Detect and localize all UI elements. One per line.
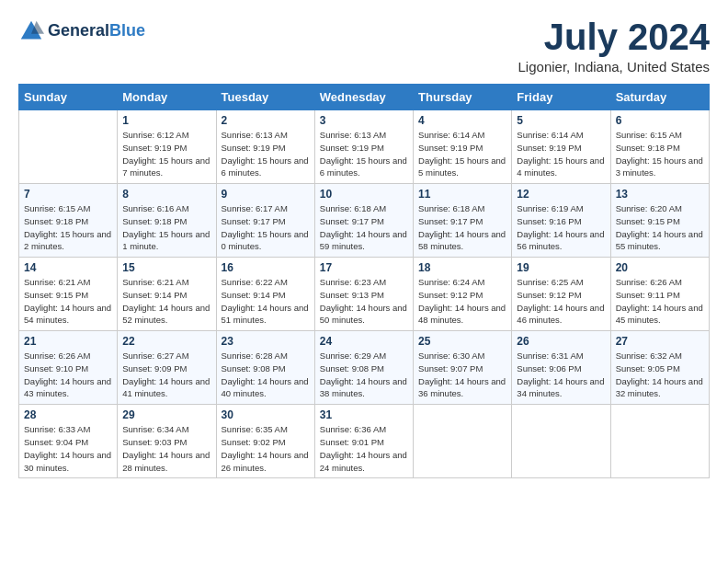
day-number: 28 (24, 408, 112, 421)
day-number: 31 (320, 408, 408, 421)
day-number: 12 (517, 188, 605, 201)
calendar-cell: 11Sunrise: 6:18 AMSunset: 9:17 PMDayligh… (414, 184, 512, 258)
calendar-cell: 9Sunrise: 6:17 AMSunset: 9:17 PMDaylight… (216, 184, 314, 258)
day-number: 30 (222, 408, 310, 421)
cell-info: Sunrise: 6:13 AMSunset: 9:19 PMDaylight:… (320, 129, 408, 179)
calendar-cell: 24Sunrise: 6:29 AMSunset: 9:08 PMDayligh… (314, 331, 413, 405)
cell-info: Sunrise: 6:15 AMSunset: 9:18 PMDaylight:… (24, 202, 112, 253)
column-header-sunday: Sunday (19, 85, 118, 110)
day-number: 18 (418, 261, 506, 274)
title-block: July 2024 Ligonier, Indiana, United Stat… (518, 18, 710, 75)
column-header-wednesday: Wednesday (314, 85, 413, 110)
day-number: 15 (122, 261, 210, 274)
day-number: 6 (616, 114, 704, 127)
calendar-cell: 12Sunrise: 6:19 AMSunset: 9:16 PMDayligh… (512, 184, 610, 258)
cell-info: Sunrise: 6:17 AMSunset: 9:17 PMDaylight:… (222, 202, 310, 253)
day-number: 4 (418, 114, 506, 127)
calendar-cell: 1Sunrise: 6:12 AMSunset: 9:19 PMDaylight… (118, 110, 216, 184)
day-number: 8 (122, 188, 210, 201)
calendar-header-row: SundayMondayTuesdayWednesdayThursdayFrid… (19, 85, 710, 110)
cell-info: Sunrise: 6:21 AMSunset: 9:15 PMDaylight:… (24, 276, 112, 327)
column-header-friday: Friday (512, 85, 610, 110)
calendar-cell: 26Sunrise: 6:31 AMSunset: 9:06 PMDayligh… (512, 331, 610, 405)
calendar-cell: 17Sunrise: 6:23 AMSunset: 9:13 PMDayligh… (314, 258, 413, 331)
calendar-body: 1Sunrise: 6:12 AMSunset: 9:19 PMDaylight… (19, 110, 710, 478)
day-number: 24 (320, 335, 408, 348)
cell-info: Sunrise: 6:36 AMSunset: 9:01 PMDaylight:… (320, 423, 408, 474)
day-number: 13 (616, 188, 704, 201)
calendar-cell: 25Sunrise: 6:30 AMSunset: 9:07 PMDayligh… (414, 331, 512, 405)
calendar-week-5: 28Sunrise: 6:33 AMSunset: 9:04 PMDayligh… (19, 405, 710, 478)
calendar-cell: 7Sunrise: 6:15 AMSunset: 9:18 PMDaylight… (19, 184, 118, 258)
calendar-cell: 21Sunrise: 6:26 AMSunset: 9:10 PMDayligh… (19, 331, 118, 405)
calendar-cell (414, 405, 512, 478)
calendar-week-3: 14Sunrise: 6:21 AMSunset: 9:15 PMDayligh… (19, 258, 710, 331)
cell-info: Sunrise: 6:15 AMSunset: 9:18 PMDaylight:… (616, 129, 704, 179)
day-number: 21 (24, 335, 112, 348)
day-number: 26 (517, 335, 605, 348)
day-number: 20 (616, 261, 704, 274)
cell-info: Sunrise: 6:14 AMSunset: 9:19 PMDaylight:… (517, 129, 605, 179)
calendar-cell (610, 405, 709, 478)
calendar-cell: 4Sunrise: 6:14 AMSunset: 9:19 PMDaylight… (414, 110, 512, 184)
calendar-cell: 28Sunrise: 6:33 AMSunset: 9:04 PMDayligh… (19, 405, 118, 478)
cell-info: Sunrise: 6:23 AMSunset: 9:13 PMDaylight:… (320, 276, 408, 327)
day-number: 19 (517, 261, 605, 274)
cell-info: Sunrise: 6:18 AMSunset: 9:17 PMDaylight:… (418, 202, 506, 253)
day-number: 7 (24, 188, 112, 201)
location: Ligonier, Indiana, United States (518, 59, 710, 75)
calendar-cell: 2Sunrise: 6:13 AMSunset: 9:19 PMDaylight… (216, 110, 314, 184)
day-number: 29 (122, 408, 210, 421)
cell-info: Sunrise: 6:30 AMSunset: 9:07 PMDaylight:… (418, 350, 506, 400)
page-header: GeneralBlue July 2024 Ligonier, Indiana,… (18, 18, 710, 75)
logo-icon (18, 18, 44, 44)
calendar-cell: 23Sunrise: 6:28 AMSunset: 9:08 PMDayligh… (216, 331, 314, 405)
calendar-cell: 13Sunrise: 6:20 AMSunset: 9:15 PMDayligh… (610, 184, 709, 258)
cell-info: Sunrise: 6:32 AMSunset: 9:05 PMDaylight:… (616, 350, 704, 400)
day-number: 22 (122, 335, 210, 348)
month-title: July 2024 (518, 18, 710, 55)
cell-info: Sunrise: 6:21 AMSunset: 9:14 PMDaylight:… (122, 276, 210, 327)
cell-info: Sunrise: 6:28 AMSunset: 9:08 PMDaylight:… (222, 350, 310, 400)
day-number: 27 (616, 335, 704, 348)
cell-info: Sunrise: 6:14 AMSunset: 9:19 PMDaylight:… (418, 129, 506, 179)
logo: GeneralBlue (18, 18, 145, 44)
calendar-week-2: 7Sunrise: 6:15 AMSunset: 9:18 PMDaylight… (19, 184, 710, 258)
column-header-thursday: Thursday (414, 85, 512, 110)
calendar-cell: 31Sunrise: 6:36 AMSunset: 9:01 PMDayligh… (314, 405, 413, 478)
calendar-cell: 5Sunrise: 6:14 AMSunset: 9:19 PMDaylight… (512, 110, 610, 184)
cell-info: Sunrise: 6:25 AMSunset: 9:12 PMDaylight:… (517, 276, 605, 327)
cell-info: Sunrise: 6:29 AMSunset: 9:08 PMDaylight:… (320, 350, 408, 400)
cell-info: Sunrise: 6:13 AMSunset: 9:19 PMDaylight:… (222, 129, 310, 179)
cell-info: Sunrise: 6:31 AMSunset: 9:06 PMDaylight:… (517, 350, 605, 400)
logo-text: GeneralBlue (48, 22, 145, 40)
calendar-cell: 30Sunrise: 6:35 AMSunset: 9:02 PMDayligh… (216, 405, 314, 478)
cell-info: Sunrise: 6:20 AMSunset: 9:15 PMDaylight:… (616, 202, 704, 253)
calendar-cell: 3Sunrise: 6:13 AMSunset: 9:19 PMDaylight… (314, 110, 413, 184)
calendar-cell: 19Sunrise: 6:25 AMSunset: 9:12 PMDayligh… (512, 258, 610, 331)
calendar-cell: 6Sunrise: 6:15 AMSunset: 9:18 PMDaylight… (610, 110, 709, 184)
cell-info: Sunrise: 6:34 AMSunset: 9:03 PMDaylight:… (122, 423, 210, 474)
calendar-cell: 18Sunrise: 6:24 AMSunset: 9:12 PMDayligh… (414, 258, 512, 331)
calendar-cell: 14Sunrise: 6:21 AMSunset: 9:15 PMDayligh… (19, 258, 118, 331)
calendar-cell: 20Sunrise: 6:26 AMSunset: 9:11 PMDayligh… (610, 258, 709, 331)
calendar-table: SundayMondayTuesdayWednesdayThursdayFrid… (18, 84, 710, 478)
cell-info: Sunrise: 6:16 AMSunset: 9:18 PMDaylight:… (122, 202, 210, 253)
logo-line2: Blue (109, 21, 145, 40)
day-number: 3 (320, 114, 408, 127)
column-header-tuesday: Tuesday (216, 85, 314, 110)
calendar-cell: 10Sunrise: 6:18 AMSunset: 9:17 PMDayligh… (314, 184, 413, 258)
day-number: 9 (222, 188, 310, 201)
cell-info: Sunrise: 6:22 AMSunset: 9:14 PMDaylight:… (222, 276, 310, 327)
day-number: 11 (418, 188, 506, 201)
cell-info: Sunrise: 6:26 AMSunset: 9:11 PMDaylight:… (616, 276, 704, 327)
day-number: 10 (320, 188, 408, 201)
calendar-cell (512, 405, 610, 478)
calendar-cell: 29Sunrise: 6:34 AMSunset: 9:03 PMDayligh… (118, 405, 216, 478)
column-header-saturday: Saturday (610, 85, 709, 110)
day-number: 5 (517, 114, 605, 127)
column-header-monday: Monday (118, 85, 216, 110)
calendar-cell: 16Sunrise: 6:22 AMSunset: 9:14 PMDayligh… (216, 258, 314, 331)
calendar-week-1: 1Sunrise: 6:12 AMSunset: 9:19 PMDaylight… (19, 110, 710, 184)
cell-info: Sunrise: 6:33 AMSunset: 9:04 PMDaylight:… (24, 423, 112, 474)
